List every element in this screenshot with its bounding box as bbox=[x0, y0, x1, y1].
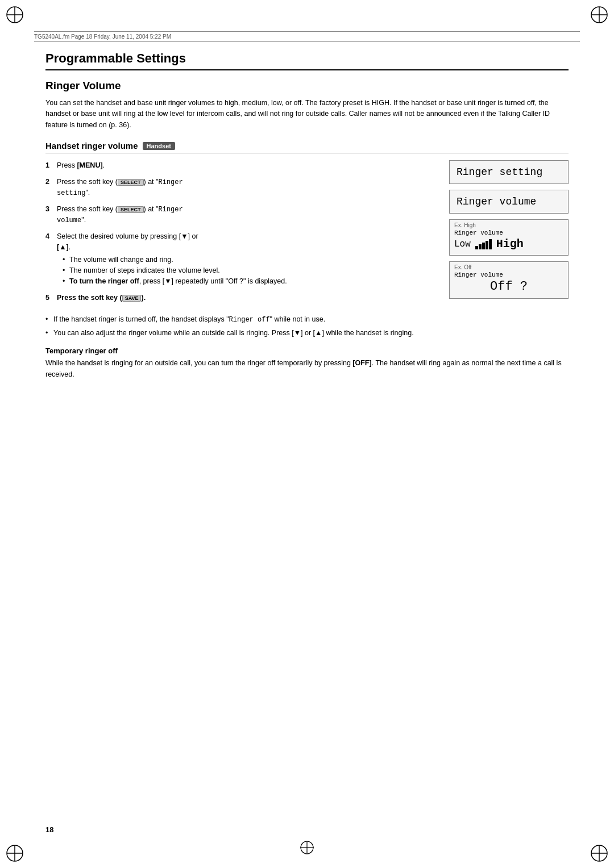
temp-ringer-section: Temporary ringer off While the handset i… bbox=[45, 347, 569, 380]
bottom-bullet-2: You can also adjust the ringer volume wh… bbox=[45, 328, 569, 339]
ringer-volume-label2: Ringer volume bbox=[454, 272, 563, 278]
section-title: Ringer Volume bbox=[45, 80, 569, 92]
page-number: 18 bbox=[45, 825, 53, 834]
bottom-bullets: If the handset ringer is turned off, the… bbox=[45, 314, 569, 339]
main-title: Programmable Settings bbox=[45, 51, 569, 70]
select-badge-3: SELECT bbox=[118, 206, 144, 213]
reg-mark-bl bbox=[5, 843, 25, 863]
step-2: 2 Press the soft key (SELECT) at "Ringer… bbox=[45, 177, 435, 198]
bottom-bullet-1: If the handset ringer is turned off, the… bbox=[45, 314, 569, 326]
save-badge: SAVE bbox=[122, 295, 142, 302]
ringer-volume-label1: Ringer volume bbox=[454, 229, 563, 236]
two-column-layout: 1 Press [MENU]. 2 Press the soft key (SE… bbox=[45, 160, 569, 308]
reg-mark-tr bbox=[589, 5, 609, 25]
ex-high-label: Ex. High bbox=[454, 222, 563, 228]
low-label: Low bbox=[454, 239, 471, 249]
header-bar: TG5240AL.fm Page 18 Friday, June 11, 200… bbox=[34, 31, 580, 42]
volume-bar-graphic bbox=[475, 239, 492, 249]
ringer-setting-display: Ringer setting bbox=[449, 160, 569, 184]
subsection-title: Handset ringer volume Handset bbox=[45, 141, 569, 153]
temp-ringer-text: While the handset is ringing for an outs… bbox=[45, 358, 569, 380]
ringer-volume-display: Ringer volume bbox=[449, 190, 569, 214]
off-text: Off ? bbox=[454, 279, 563, 294]
step-4: 4 Select the desired volume by pressing … bbox=[45, 231, 435, 287]
ex-high-display: Ex. High Ringer volume Low High bbox=[449, 219, 569, 256]
menu-key: [MENU] bbox=[77, 161, 102, 169]
bullet-2: The number of steps indicates the volume… bbox=[63, 265, 435, 276]
display-column: Ringer setting Ringer volume Ex. High Ri… bbox=[449, 160, 569, 308]
step4-bullets: The volume will change and ring. The num… bbox=[57, 254, 435, 286]
select-badge-2: SELECT bbox=[118, 179, 144, 186]
bullet-3: To turn the ringer off, press [▼] repeat… bbox=[63, 276, 435, 287]
steps-column: 1 Press [MENU]. 2 Press the soft key (SE… bbox=[45, 160, 435, 308]
temp-ringer-title: Temporary ringer off bbox=[45, 347, 569, 355]
ex-off-display: Ex. Off Ringer volume Off ? bbox=[449, 261, 569, 299]
reg-mark-br bbox=[589, 843, 609, 863]
ex-off-label: Ex. Off bbox=[454, 264, 563, 270]
reg-mark-tl bbox=[5, 5, 25, 25]
content-area: Programmable Settings Ringer Volume You … bbox=[45, 51, 569, 811]
handset-badge: Handset bbox=[143, 142, 175, 150]
step-5: 5 Press the soft key (SAVE). bbox=[45, 293, 435, 303]
step-3: 3 Press the soft key (SELECT) at "Ringer… bbox=[45, 204, 435, 226]
bullet-1: The volume will change and ring. bbox=[63, 254, 435, 265]
header-text: TG5240AL.fm Page 18 Friday, June 11, 200… bbox=[34, 34, 171, 40]
high-label: High bbox=[496, 237, 524, 251]
intro-text: You can set the handset and base unit ri… bbox=[45, 98, 569, 131]
bottom-center-mark bbox=[298, 839, 316, 858]
volume-bar-row: Low High bbox=[454, 237, 563, 251]
step-1: 1 Press [MENU]. bbox=[45, 160, 435, 171]
